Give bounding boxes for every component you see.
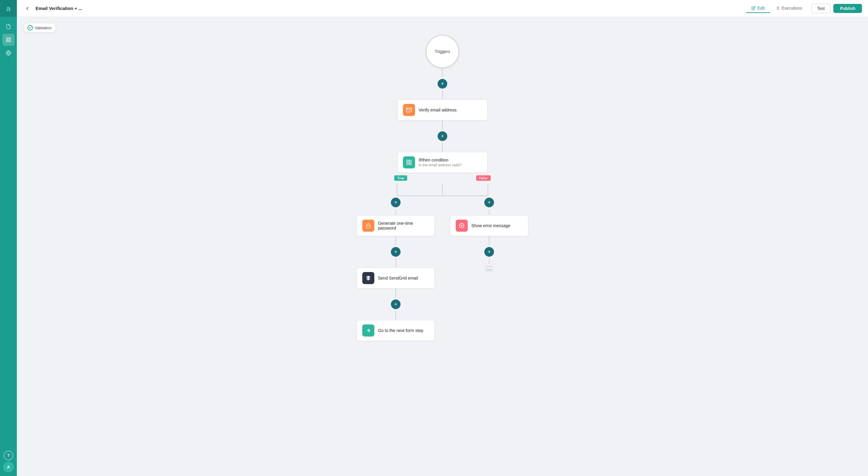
help-button[interactable]: ? (4, 451, 13, 460)
svg-rect-13 (410, 160, 411, 162)
true-connector-1 (396, 210, 396, 215)
user-avatar[interactable]: A (3, 462, 14, 472)
add-after-trigger[interactable]: + (438, 79, 447, 89)
if-then-subtitle: Is the email address valid? (418, 163, 461, 167)
app-logo[interactable]: a (0, 0, 17, 17)
sendgrid-node[interactable]: Send SendGrid email (356, 267, 435, 289)
svg-rect-1 (9, 38, 10, 39)
svg-rect-0 (6, 38, 8, 39)
add-after-otp[interactable]: + (391, 247, 401, 257)
add-true-branch[interactable]: + (391, 198, 401, 207)
error-node[interactable]: Show error message (450, 215, 528, 236)
sidebar-item-document[interactable] (2, 21, 14, 33)
add-after-verify[interactable]: + (438, 131, 447, 141)
svg-rect-14 (407, 163, 409, 165)
sidebar-item-workflow[interactable] (2, 34, 14, 46)
if-then-icon (403, 156, 415, 168)
otp-title: Generate one-time password (378, 221, 413, 230)
otp-text: Generate one-time password (378, 221, 413, 230)
page-title: Email Verification + ... (36, 6, 742, 11)
trigger-node[interactable]: Triggers (426, 35, 459, 68)
verify-email-title: Verify email address (418, 107, 457, 113)
end-label: END (486, 266, 493, 272)
connector-2 (442, 90, 443, 99)
tab-edit-label: Edit (757, 6, 765, 10)
sendgrid-title: Send SendGrid email (378, 276, 418, 281)
svg-rect-2 (6, 40, 8, 42)
true-connector-4 (396, 289, 396, 298)
add-after-error[interactable]: + (484, 247, 494, 257)
flow-diagram: Triggers + Verify email address (23, 23, 862, 341)
tab-edit[interactable]: Edit (746, 4, 770, 13)
add-after-sendgrid[interactable]: + (391, 299, 401, 309)
trigger-label: Triggers (435, 49, 450, 54)
error-title: Show error message (471, 223, 510, 228)
header-actions: Test Publish (811, 4, 862, 13)
header: Email Verification + ... Edit Exec (17, 0, 868, 17)
false-label: False (476, 175, 491, 181)
sendgrid-text: Send SendGrid email (378, 276, 418, 281)
end-line (486, 266, 493, 267)
end-text: END (486, 268, 493, 272)
sidebar: a ? A (0, 0, 17, 476)
true-connector-3 (396, 258, 396, 267)
false-connector-3 (489, 258, 490, 264)
false-branch: + (450, 196, 528, 272)
if-then-node[interactable]: If/then condition Is the email address v… (397, 152, 488, 173)
tab-executions[interactable]: Executions (770, 4, 807, 13)
true-label: True (394, 175, 407, 181)
svg-rect-3 (9, 40, 10, 42)
false-connector-2 (489, 236, 490, 245)
verify-email-node[interactable]: Verify email address (397, 99, 488, 121)
publish-button[interactable]: Publish (833, 4, 862, 13)
otp-icon (362, 220, 374, 232)
add-false-branch[interactable]: + (484, 198, 494, 207)
error-text: Show error message (471, 223, 510, 228)
svg-rect-12 (407, 160, 409, 162)
header-tabs: Edit Executions (746, 4, 808, 13)
svg-rect-15 (410, 163, 411, 165)
true-connector-5 (396, 311, 396, 320)
true-branch: + Gen (356, 196, 435, 341)
sidebar-item-globe[interactable] (2, 47, 14, 59)
next-step-node[interactable]: Go to the next form step (356, 320, 435, 341)
connector-4 (442, 143, 443, 152)
next-step-icon (362, 324, 374, 337)
workflow-canvas[interactable]: Validation Triggers + (17, 17, 868, 476)
sendgrid-icon (362, 272, 374, 284)
if-then-text: If/then condition Is the email address v… (418, 158, 461, 167)
error-icon (456, 220, 468, 232)
true-connector-2 (396, 236, 396, 245)
false-connector-1 (489, 210, 490, 215)
connector-1 (442, 68, 443, 77)
verify-email-icon (403, 104, 415, 116)
sidebar-bottom: ? A (3, 451, 14, 476)
test-button[interactable]: Test (811, 4, 831, 13)
next-step-title: Go to the next form step (378, 328, 423, 333)
next-step-text: Go to the next form step (378, 328, 423, 333)
connector-3 (442, 121, 443, 130)
main-content: Email Verification + ... Edit Exec (17, 0, 868, 476)
verify-email-text: Verify email address (418, 107, 457, 113)
canvas-inner: Validation Triggers + (17, 17, 868, 378)
branch-split: + Gen (356, 196, 528, 341)
if-then-title: If/then condition (418, 158, 461, 162)
generate-otp-node[interactable]: Generate one-time password (356, 215, 435, 236)
svg-rect-16 (366, 225, 370, 228)
tab-executions-label: Executions (781, 6, 802, 10)
branch-container: True False + (367, 173, 518, 341)
back-button[interactable] (23, 4, 32, 13)
sidebar-nav (2, 17, 14, 451)
